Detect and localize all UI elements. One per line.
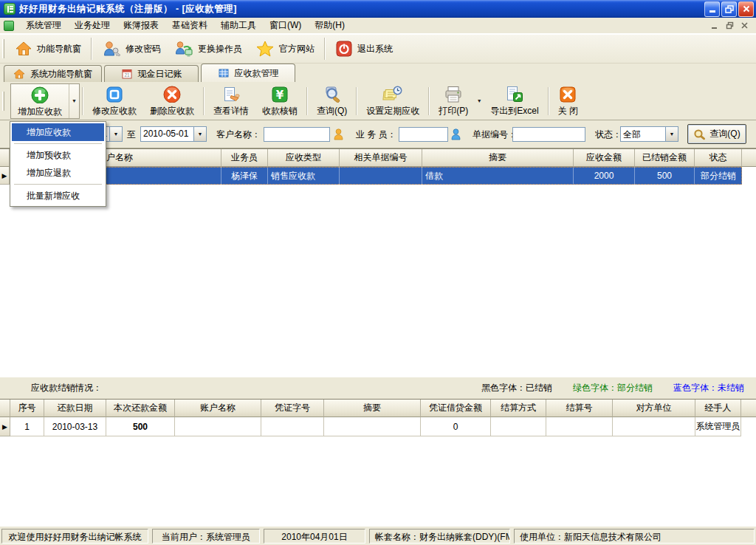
customer-name-label: 客户名称： (216, 129, 261, 140)
column-header-settle-method[interactable]: 结算方式 (491, 400, 546, 417)
actionbar-separator (203, 87, 205, 115)
close-view-button[interactable]: 关 闭 (551, 83, 585, 119)
cell-summary: 借款 (422, 167, 574, 185)
password-key-icon (102, 40, 121, 58)
column-header-detail-summary[interactable]: 摘要 (324, 400, 421, 417)
menu-business[interactable]: 业务处理 (68, 17, 117, 34)
print-button[interactable]: 打印(P) (432, 83, 475, 119)
settle-payment-button[interactable]: ¥ 收款核销 (255, 83, 304, 119)
menu-tools[interactable]: 辅助工具 (214, 17, 263, 34)
settlement-detail-table: 序号 还款日期 本次还款金额 账户名称 凭证字号 摘要 凭证借贷金额 结算方式 … (0, 399, 756, 526)
context-menu-item-batch-add[interactable]: 批量新增应收 (12, 187, 104, 205)
menu-basedata[interactable]: 基础资料 (165, 17, 214, 34)
column-header-settle-no[interactable]: 结算号 (546, 400, 613, 417)
status-combo[interactable]: 全部 ▼ (620, 126, 678, 142)
detail-document-icon (221, 85, 241, 103)
actionbar-separator (356, 87, 357, 115)
search-icon (323, 85, 342, 103)
column-header-counterparty[interactable]: 对方单位 (613, 400, 695, 417)
nav-window-button[interactable]: 功能导航窗 (8, 36, 88, 61)
view-detail-button[interactable]: 查看详情 (207, 83, 255, 119)
column-header-repay-amount[interactable]: 本次还款金额 (106, 400, 175, 417)
status-arrow-icon[interactable]: ▼ (665, 127, 678, 141)
salesman-input[interactable] (399, 127, 448, 142)
context-menu-item-add-refund[interactable]: 增加应退款 (12, 164, 104, 182)
detail-row-selector-cell[interactable]: ▶ (0, 417, 10, 436)
tab-system-nav[interactable]: 系统功能导航窗 (4, 65, 102, 82)
mdi-restore-button[interactable] (724, 20, 736, 31)
delete-icon (162, 85, 182, 103)
restore-button[interactable] (721, 1, 737, 17)
delete-receivable-button[interactable]: 删除应收款 (143, 83, 201, 119)
application-window: { "window": { "title": "好好用财务出纳记账系统（注册版）… (0, 0, 756, 545)
menu-system[interactable]: 系统管理 (19, 17, 68, 34)
schedule-receivable-button[interactable]: 设置定期应收 (360, 83, 426, 119)
toolbar-gripper[interactable] (2, 39, 4, 58)
print-dropdown-arrow[interactable]: ▼ (475, 98, 484, 103)
official-website-button[interactable]: 官方网站 (249, 36, 321, 61)
cell-voucher-no (261, 417, 324, 436)
grid-icon (218, 67, 230, 79)
date-from-arrow-icon[interactable]: ▼ (109, 127, 122, 141)
cell-repay-amount: 500 (106, 417, 175, 436)
column-header-handler[interactable]: 经手人 (695, 400, 741, 417)
query-action-button[interactable]: 查询(Q) (310, 83, 354, 119)
menu-reports[interactable]: 账簿报表 (117, 17, 165, 34)
edit-icon (105, 85, 124, 103)
add-icon (30, 86, 49, 103)
column-header-summary[interactable]: 摘要 (422, 149, 574, 167)
add-dropdown-arrow[interactable]: ▼ (69, 84, 79, 118)
date-to-combo[interactable]: 2010-05-01 ▼ (140, 126, 207, 142)
column-header-no[interactable]: 序号 (10, 400, 44, 417)
detail-header-row: 序号 还款日期 本次还款金额 账户名称 凭证字号 摘要 凭证借贷金额 结算方式 … (0, 400, 756, 417)
column-header-salesman[interactable]: 业务员 (221, 149, 268, 167)
row-selector-cell[interactable]: ▶ (0, 167, 10, 185)
title-bar: 好好用财务出纳记账系统（注册版） - [应收款管理] (0, 0, 756, 18)
cell-settled: 500 (635, 167, 695, 185)
actionbar-gripper[interactable] (2, 92, 4, 111)
tab-receivable-management[interactable]: 应收款管理 (201, 64, 295, 82)
query-button[interactable]: 查询(Q) (687, 124, 746, 144)
customer-name-input[interactable] (264, 127, 330, 142)
tab-cash-journal[interactable]: 21 现金日记账 (104, 65, 199, 82)
mdi-minimize-button[interactable] (709, 20, 721, 31)
column-header-repay-date[interactable]: 还款日期 (44, 400, 106, 417)
main-toolbar: 功能导航窗 修改密码 更换操作员 官方网站 (0, 34, 756, 64)
menu-help[interactable]: 帮助(H) (308, 17, 351, 34)
add-receivable-button[interactable]: 增加应收款 (11, 84, 69, 120)
edit-receivable-button[interactable]: 修改应收款 (86, 83, 143, 119)
column-header-status[interactable]: 状态 (695, 149, 742, 167)
switch-operator-button[interactable]: 更换操作员 (168, 36, 249, 61)
column-header-voucher-no[interactable]: 凭证字号 (261, 400, 324, 417)
query-magnifier-icon (693, 128, 706, 140)
column-header-settled[interactable]: 已结销金额 (635, 149, 695, 167)
context-menu-item-add-receivable[interactable]: 增加应收款 (12, 123, 104, 141)
column-header-amount[interactable]: 应收金额 (574, 149, 635, 167)
cell-account (175, 417, 261, 436)
doc-no-input[interactable] (512, 127, 585, 142)
column-header-account[interactable]: 账户名称 (175, 400, 261, 417)
window-title: 好好用财务出纳记账系统（注册版） - [应收款管理] (19, 3, 703, 16)
status-welcome: 欢迎使用好好用财务出纳记帐系统 (1, 529, 148, 544)
actionbar-separator (82, 87, 83, 115)
add-receivable-group: 增加应收款 ▼ (10, 83, 80, 119)
restore-icon (725, 4, 734, 13)
context-menu-item-add-prepaid[interactable]: 增加预收款 (12, 146, 104, 164)
column-header-type[interactable]: 应收类型 (268, 149, 340, 167)
date-to-arrow-icon[interactable]: ▼ (193, 127, 206, 141)
change-password-button[interactable]: 修改密码 (95, 36, 168, 61)
close-button[interactable] (738, 1, 754, 17)
menu-window[interactable]: 窗口(W) (263, 17, 308, 34)
selected-receivable-row[interactable]: 于中宝 杨泽保 销售应收款 借款 2000 500 部分结销 (10, 167, 742, 185)
status-date: 2010年04月01日 (264, 529, 365, 544)
column-header-doc-no[interactable]: 相关单据编号 (340, 149, 422, 167)
column-header-voucher-amount[interactable]: 凭证借贷金额 (421, 400, 491, 417)
export-excel-button[interactable]: 导出到Excel (484, 83, 545, 119)
detail-row[interactable]: ▶ 1 2010-03-13 500 0 系统管理员 (0, 417, 756, 436)
excel-icon (505, 85, 524, 103)
mdi-close-button[interactable] (738, 20, 751, 31)
minimize-button[interactable] (704, 1, 720, 17)
cell-type: 销售应收款 (268, 167, 340, 185)
exit-system-button[interactable]: 退出系统 (329, 36, 399, 61)
yen-icon: ¥ (270, 85, 289, 103)
